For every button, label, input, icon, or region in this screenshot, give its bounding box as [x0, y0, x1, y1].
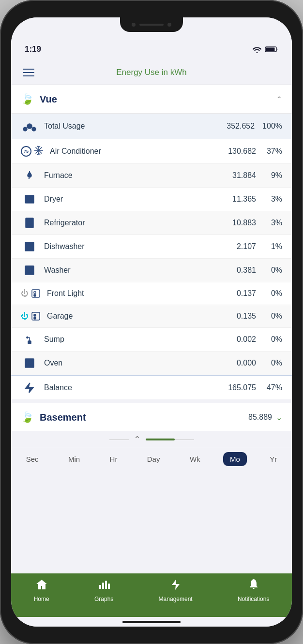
garage-icon-group: ⏻	[21, 311, 41, 322]
svg-point-4	[32, 127, 36, 131]
washer-value: 0.381	[222, 266, 256, 275]
svg-rect-34	[34, 294, 36, 296]
nav-home[interactable]: Home	[29, 578, 54, 602]
time-btn-day[interactable]: Day	[140, 452, 167, 466]
garage-name: Garage	[47, 312, 222, 321]
dryer-icon	[21, 193, 38, 205]
basement-chevron-down-icon[interactable]: ⌄	[276, 413, 282, 422]
svg-rect-1	[266, 48, 275, 51]
vue-leaf-icon: 🍃	[21, 93, 34, 105]
home-indicator	[11, 617, 292, 627]
basement-section-header[interactable]: 🍃 Basement 85.889 ⌄	[11, 399, 292, 431]
nav-home-label: Home	[34, 596, 49, 602]
svg-rect-44	[27, 360, 28, 362]
refrigerator-name: Refrigerator	[44, 219, 222, 227]
svg-rect-24	[26, 243, 33, 244]
nav-graphs[interactable]: Graphs	[90, 578, 118, 602]
menu-button[interactable]	[23, 69, 34, 76]
balance-row: Balance 165.075 47%	[11, 375, 292, 399]
time-btn-hr[interactable]: Hr	[103, 452, 124, 466]
balance-value: 165.075	[222, 383, 256, 392]
svg-rect-56	[108, 584, 110, 589]
device-row[interactable]: Refrigerator 10.883 3%	[11, 211, 292, 235]
device-row[interactable]: Dryer 11.365 3%	[11, 188, 292, 211]
basement-section-name: Basement	[40, 412, 248, 423]
vue-section-name: Vue	[40, 94, 276, 105]
status-icons	[252, 46, 278, 53]
phone-screen: 1:19	[11, 17, 292, 627]
ac-icon-group: 75	[21, 145, 44, 158]
ac-snowflake-icon	[33, 145, 44, 158]
bottom-nav: Home Graphs	[11, 573, 292, 617]
device-row[interactable]: ⏻ Garage 0.135 0%	[11, 305, 292, 328]
svg-rect-49	[31, 363, 32, 364]
nav-notifications-label: Notifications	[238, 596, 269, 602]
notch-line	[139, 24, 164, 26]
ac-value: 130.682	[222, 147, 256, 156]
nav-management[interactable]: Management	[154, 578, 197, 602]
bolt-icon	[170, 578, 181, 594]
svg-rect-53	[99, 585, 101, 589]
hamburger-line-2	[23, 72, 34, 73]
balance-icon	[21, 382, 38, 394]
svg-rect-48	[29, 363, 30, 364]
timeline-bar	[146, 439, 175, 440]
device-row[interactable]: Sump 0.002 0%	[11, 328, 292, 351]
dishwasher-icon	[21, 241, 38, 252]
device-row[interactable]: Dishwasher 2.107 1%	[11, 235, 292, 259]
svg-rect-38	[28, 341, 31, 344]
app-header: Energy Use in kWh	[11, 60, 292, 85]
washer-name: Washer	[44, 266, 222, 275]
phone-frame: 1:19	[0, 0, 303, 644]
status-bar: 1:19	[11, 39, 292, 60]
vue-chevron-up-icon[interactable]: ⌃	[276, 95, 282, 104]
total-usage-value: 352.652	[221, 122, 255, 131]
dryer-name: Dryer	[44, 195, 222, 204]
basement-leaf-icon: 🍃	[21, 411, 34, 424]
time-btn-sec[interactable]: Sec	[19, 452, 45, 466]
svg-rect-55	[105, 581, 107, 589]
nav-notifications[interactable]: Notifications	[233, 578, 274, 602]
oven-icon	[21, 357, 38, 369]
time-btn-yr[interactable]: Yr	[263, 452, 284, 466]
washer-icon	[21, 264, 38, 276]
sump-percent: 0%	[264, 335, 282, 344]
vue-section-header[interactable]: 🍃 Vue ⌃	[11, 85, 292, 114]
device-row[interactable]: Furnace 31.884 9%	[11, 164, 292, 188]
notch-dot-left	[132, 23, 136, 27]
furnace-percent: 9%	[264, 171, 282, 180]
dishwasher-name: Dishwasher	[44, 242, 222, 251]
total-usage-label: Total Usage	[44, 122, 221, 131]
time-selector: Sec Min Hr Day Wk Mo Yr	[11, 447, 292, 471]
device-row[interactable]: 75 Air Conditioner 130.682 37	[11, 139, 292, 164]
svg-rect-52	[31, 365, 32, 366]
device-row[interactable]: Washer 0.381 0%	[11, 259, 292, 282]
time-btn-wk[interactable]: Wk	[183, 452, 207, 466]
svg-rect-33	[34, 292, 36, 293]
nav-graphs-label: Graphs	[94, 596, 113, 602]
device-row[interactable]: ⏻ Front Light 0.137 0%	[11, 282, 292, 305]
home-icon	[35, 578, 48, 594]
time-btn-min[interactable]: Min	[61, 452, 87, 466]
total-usage-icon	[21, 119, 38, 133]
bell-icon	[248, 578, 259, 594]
battery-icon	[265, 46, 278, 53]
svg-rect-54	[102, 583, 104, 589]
svg-line-5	[28, 127, 29, 128]
sump-icon	[21, 334, 38, 345]
svg-point-18	[29, 200, 30, 202]
svg-rect-47	[27, 363, 28, 364]
content-area[interactable]: 🍃 Vue ⌃ Total Usage 352.652 100%	[11, 85, 292, 573]
home-bar	[122, 621, 181, 623]
frontlight-value: 0.137	[222, 289, 256, 298]
time-btn-mo[interactable]: Mo	[223, 452, 247, 466]
wifi-icon	[252, 46, 262, 53]
device-row[interactable]: Oven 0.000 0%	[11, 351, 292, 375]
oven-value: 0.000	[222, 359, 256, 367]
balance-label: Balance	[44, 383, 222, 392]
refrigerator-value: 10.883	[222, 219, 256, 227]
notch-area	[11, 17, 292, 39]
svg-point-31	[29, 270, 30, 272]
hamburger-line-1	[23, 69, 34, 70]
oven-percent: 0%	[264, 359, 282, 367]
